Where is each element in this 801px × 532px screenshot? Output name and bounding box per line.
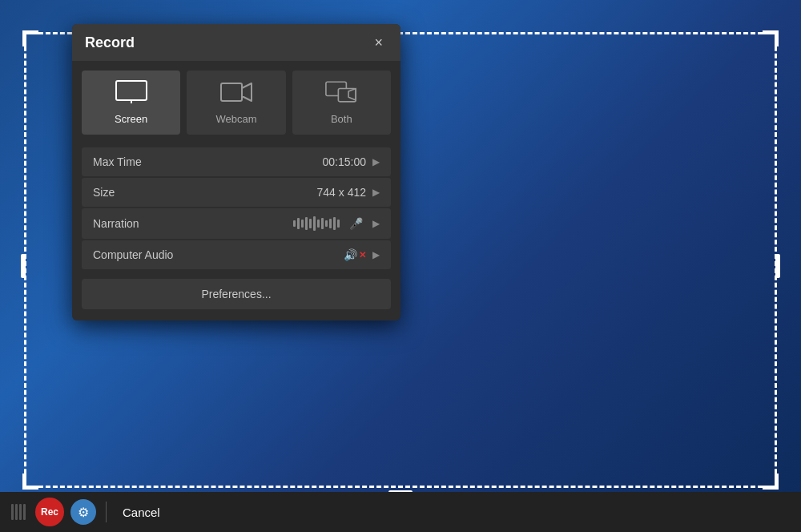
mode-screen-label: Screen [115, 113, 147, 125]
mode-both-button[interactable]: Both [292, 71, 391, 135]
settings-section: Max Time 00:15:00 ▶ Size 744 x 412 ▶ Nar… [72, 144, 400, 279]
toolbar-stripes [11, 504, 26, 520]
stripe-2 [15, 504, 18, 520]
narration-chevron-icon: ▶ [372, 218, 380, 229]
narration-value-group: 🎤 ▶ [293, 216, 380, 231]
close-button[interactable]: × [369, 34, 388, 51]
preferences-button[interactable]: Preferences... [82, 279, 391, 309]
dialog-title: Record [85, 34, 135, 51]
rec-button[interactable]: Rec [35, 498, 64, 526]
cancel-button[interactable]: Cancel [116, 502, 167, 522]
size-row[interactable]: Size 744 x 412 ▶ [82, 178, 391, 207]
mode-screen-button[interactable]: Screen [82, 71, 180, 135]
bottom-toolbar: Rec ⚙ Cancel [0, 492, 801, 532]
wave-bar-3 [301, 220, 304, 228]
handle-left[interactable] [21, 254, 26, 278]
mode-webcam-button[interactable]: Webcam [187, 71, 285, 135]
size-chevron-icon: ▶ [372, 187, 380, 198]
wave-bar-11 [333, 217, 336, 230]
wave-bar-2 [297, 218, 300, 229]
wave-bar-9 [325, 220, 328, 227]
both-icon [325, 80, 357, 107]
stripe-4 [23, 504, 26, 520]
max-time-row[interactable]: Max Time 00:15:00 ▶ [82, 147, 391, 176]
corner-br [763, 474, 779, 490]
wave-bar-6 [313, 216, 316, 231]
toolbar-divider [106, 502, 107, 522]
dialog-header: Record × [72, 24, 400, 61]
svg-marker-4 [242, 83, 252, 101]
wave-bar-1 [293, 220, 296, 227]
muted-x-icon: ✕ [359, 250, 366, 260]
mode-both-label: Both [331, 113, 352, 125]
svg-rect-0 [116, 81, 147, 100]
stripe-1 [11, 504, 14, 520]
narration-row[interactable]: Narration 🎤 ▶ [82, 208, 391, 239]
wave-bar-12 [337, 220, 340, 228]
gear-icon: ⚙ [78, 505, 89, 520]
computer-audio-label: Computer Audio [93, 248, 173, 261]
preferences-section: Preferences... [72, 279, 400, 320]
svg-rect-3 [221, 83, 242, 101]
wave-bar-10 [329, 219, 332, 228]
corner-bl [22, 474, 38, 490]
max-time-value: 00:15:00 [323, 155, 367, 168]
narration-waveform [293, 216, 340, 231]
corner-tl [22, 30, 38, 46]
wave-bar-8 [321, 218, 324, 229]
size-label: Size [93, 186, 115, 199]
computer-audio-chevron-icon: ▶ [372, 249, 380, 260]
max-time-chevron-icon: ▶ [372, 156, 380, 167]
speaker-icon: 🔊 [344, 248, 357, 261]
wave-bar-7 [317, 220, 320, 228]
mode-section: Screen Webcam Both [72, 61, 400, 144]
computer-audio-value-group: 🔊 ✕ ▶ [344, 248, 380, 261]
size-value: 744 x 412 [317, 186, 367, 199]
wave-bar-4 [305, 217, 308, 230]
wave-bar-5 [309, 219, 312, 228]
handle-right[interactable] [775, 254, 780, 278]
settings-gear-button[interactable]: ⚙ [70, 499, 96, 525]
max-time-label: Max Time [93, 155, 142, 168]
stripe-3 [19, 504, 22, 520]
record-dialog: Record × Screen Webcam [72, 24, 400, 320]
max-time-value-group: 00:15:00 ▶ [323, 155, 380, 168]
narration-label: Narration [93, 217, 139, 230]
computer-audio-row[interactable]: Computer Audio 🔊 ✕ ▶ [82, 240, 391, 269]
corner-tr [763, 30, 779, 46]
speaker-muted-icon: 🔊 ✕ [344, 248, 366, 261]
mode-webcam-label: Webcam [215, 113, 256, 125]
screen-icon [115, 80, 147, 107]
microphone-icon: 🎤 [349, 217, 363, 230]
webcam-icon [220, 80, 252, 107]
size-value-group: 744 x 412 ▶ [317, 186, 380, 199]
